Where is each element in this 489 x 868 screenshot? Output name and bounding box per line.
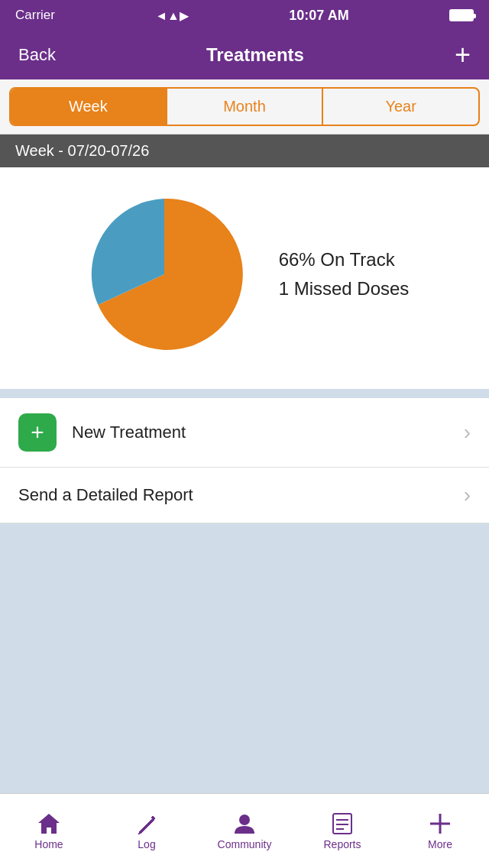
new-treatment-label: New Treatment bbox=[72, 423, 464, 442]
time-segment-control: Week Month Year bbox=[9, 87, 480, 126]
new-treatment-item[interactable]: + New Treatment › bbox=[0, 398, 489, 468]
tab-log[interactable]: Log bbox=[98, 794, 196, 868]
tab-reports-label: Reports bbox=[323, 838, 361, 850]
on-track-stat: 66% On Track bbox=[279, 245, 410, 274]
tab-more-label: More bbox=[428, 838, 452, 850]
chevron-right-icon-2: › bbox=[464, 483, 471, 507]
new-treatment-icon: + bbox=[18, 413, 57, 452]
section-divider bbox=[0, 389, 489, 398]
battery-icon bbox=[449, 9, 474, 21]
nav-bar: Back Treatments + bbox=[0, 31, 489, 79]
month-tab[interactable]: Month bbox=[167, 89, 322, 125]
blue-fill-area bbox=[0, 523, 489, 793]
tab-more[interactable]: More bbox=[391, 794, 489, 868]
pie-chart bbox=[80, 190, 248, 358]
tab-reports[interactable]: Reports bbox=[293, 794, 391, 868]
tab-community-label: Community bbox=[218, 838, 272, 850]
add-button[interactable]: + bbox=[455, 41, 471, 69]
pie-chart-svg bbox=[80, 190, 248, 358]
home-icon bbox=[37, 812, 61, 835]
log-icon bbox=[136, 812, 157, 835]
tab-log-label: Log bbox=[138, 838, 155, 850]
community-icon bbox=[233, 812, 256, 835]
time-label: 10:07 AM bbox=[289, 8, 348, 24]
svg-marker-0 bbox=[38, 814, 60, 834]
chevron-right-icon: › bbox=[464, 420, 471, 445]
send-report-item[interactable]: Send a Detailed Report › bbox=[0, 468, 489, 523]
week-tab[interactable]: Week bbox=[11, 89, 166, 125]
tab-home-label: Home bbox=[34, 838, 63, 850]
content-area: Week Month Year Week - 07/20-07/26 bbox=[0, 79, 489, 793]
reports-icon bbox=[332, 812, 353, 835]
chart-stats: 66% On Track 1 Missed Doses bbox=[279, 245, 410, 304]
week-range-label: Week - 07/20-07/26 bbox=[0, 134, 489, 167]
svg-point-1 bbox=[239, 815, 250, 825]
tab-bar: Home Log Community Reports bbox=[0, 793, 489, 868]
year-tab[interactable]: Year bbox=[323, 89, 478, 125]
segment-bar: Week Month Year bbox=[0, 79, 489, 134]
plus-icon: + bbox=[31, 421, 44, 444]
page-title: Treatments bbox=[206, 44, 304, 66]
status-bar: Carrier ◄▲▶ 10:07 AM bbox=[0, 0, 489, 31]
more-icon bbox=[429, 812, 452, 835]
back-button[interactable]: Back bbox=[18, 45, 56, 65]
chart-section: 66% On Track 1 Missed Doses bbox=[0, 167, 489, 389]
battery-indicator bbox=[449, 9, 474, 21]
send-report-label: Send a Detailed Report bbox=[18, 485, 464, 505]
tab-home[interactable]: Home bbox=[0, 794, 98, 868]
missed-doses-stat: 1 Missed Doses bbox=[279, 274, 410, 303]
carrier-label: Carrier bbox=[15, 8, 55, 23]
tab-community[interactable]: Community bbox=[196, 794, 293, 868]
page: Carrier ◄▲▶ 10:07 AM Back Treatments + W… bbox=[0, 0, 489, 868]
